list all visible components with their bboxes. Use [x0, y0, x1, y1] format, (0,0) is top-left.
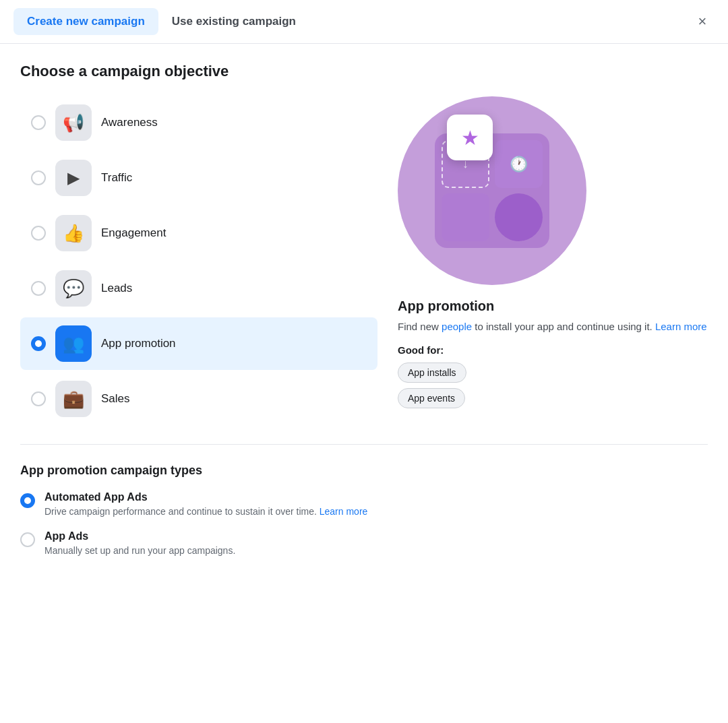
learn-more-link[interactable]: Learn more	[655, 321, 707, 332]
automated-app-ads-text: Automated App Ads Drive campaign perform…	[44, 491, 367, 517]
app-cell-clock: 🕐	[495, 140, 543, 188]
app-promotion-label: App promotion	[101, 337, 176, 350]
objective-sales[interactable]: 💼 Sales	[20, 373, 377, 425]
leads-icon-box: 💬	[55, 270, 92, 307]
awareness-icon-box: 📢	[55, 104, 92, 141]
tag-app-events: App events	[398, 388, 465, 408]
desc-people-link[interactable]: people	[442, 321, 472, 332]
app-ads-text: App Ads Manually set up and run your app…	[44, 530, 235, 556]
chat-icon: 💬	[63, 278, 84, 299]
automated-app-ads-desc: Drive campaign performance and continue …	[44, 506, 367, 517]
awareness-label: Awareness	[101, 116, 158, 129]
objective-app-promotion[interactable]: 👥 App promotion	[20, 317, 377, 370]
right-panel-title: App promotion	[398, 298, 494, 314]
tag-app-installs: App installs	[398, 363, 466, 383]
briefcase-icon: 💼	[63, 389, 84, 410]
star-card: ★	[447, 115, 493, 160]
automated-app-ads-name: Automated App Ads	[44, 491, 367, 503]
app-promotion-icon-box: 👥	[55, 325, 92, 362]
objective-traffic[interactable]: ▶ Traffic	[20, 152, 377, 204]
cursor-icon: ▶	[67, 168, 80, 187]
desc-before: Find new	[398, 321, 442, 332]
section-divider	[20, 444, 708, 445]
thumbsup-icon: 👍	[63, 223, 84, 244]
app-cell-empty	[442, 193, 489, 241]
sales-icon-box: 💼	[55, 381, 92, 417]
desc-after: to install your app and continue using i…	[472, 321, 655, 332]
app-ads-desc: Manually set up and run your app campaig…	[44, 545, 235, 556]
app-ads-name: App Ads	[44, 530, 235, 542]
campaign-types-section: App promotion campaign types Automated A…	[20, 464, 708, 556]
leads-label: Leads	[101, 282, 132, 295]
right-panel-description: Find new people to install your app and …	[398, 319, 707, 335]
radio-traffic[interactable]	[31, 170, 46, 185]
campaign-type-automated[interactable]: Automated App Ads Drive campaign perform…	[20, 491, 708, 517]
section-title: Choose a campaign objective	[20, 63, 708, 80]
campaign-type-app-ads[interactable]: App Ads Manually set up and run your app…	[20, 530, 708, 556]
app-cell-circle	[495, 193, 543, 241]
good-for-label: Good for:	[398, 344, 444, 356]
radio-sales[interactable]	[31, 391, 46, 406]
close-button[interactable]: ×	[690, 9, 715, 34]
tag-list: App installs App events	[398, 363, 466, 408]
radio-app-ads[interactable]	[20, 532, 35, 547]
engagement-label: Engagement	[101, 226, 166, 240]
tab-bar: Create new campaign Use existing campaig…	[0, 0, 728, 44]
main-content: Choose a campaign objective 📢 Awareness …	[0, 44, 728, 590]
traffic-icon-box: ▶	[55, 160, 92, 196]
automated-learn-more-link[interactable]: Learn more	[320, 506, 368, 517]
tab-use-existing-campaign[interactable]: Use existing campaign	[158, 8, 309, 35]
tab-create-new-campaign[interactable]: Create new campaign	[13, 8, 158, 35]
radio-automated-app-ads[interactable]	[20, 493, 35, 508]
two-col-layout: 📢 Awareness ▶ Traffic 👍 Engagement	[20, 96, 708, 425]
star-icon: ★	[461, 126, 479, 150]
people-icon: 👥	[63, 334, 84, 354]
megaphone-icon: 📢	[63, 113, 84, 133]
objective-awareness[interactable]: 📢 Awareness	[20, 96, 377, 149]
radio-awareness[interactable]	[31, 115, 46, 130]
clock-icon: 🕐	[510, 156, 528, 173]
traffic-label: Traffic	[101, 171, 132, 185]
engagement-icon-box: 👍	[55, 215, 92, 251]
radio-leads[interactable]	[31, 281, 46, 296]
objectives-list: 📢 Awareness ▶ Traffic 👍 Engagement	[20, 96, 377, 425]
automated-desc-before: Drive campaign performance and continue …	[44, 506, 320, 517]
right-panel: ★ ↓ 🕐	[398, 96, 708, 425]
promo-illustration: ★ ↓ 🕐	[398, 96, 586, 285]
radio-engagement[interactable]	[31, 226, 46, 241]
sales-label: Sales	[101, 392, 130, 406]
radio-app-promotion[interactable]	[31, 336, 46, 351]
objective-leads[interactable]: 💬 Leads	[20, 262, 377, 315]
objective-engagement[interactable]: 👍 Engagement	[20, 207, 377, 259]
campaign-types-title: App promotion campaign types	[20, 464, 708, 478]
